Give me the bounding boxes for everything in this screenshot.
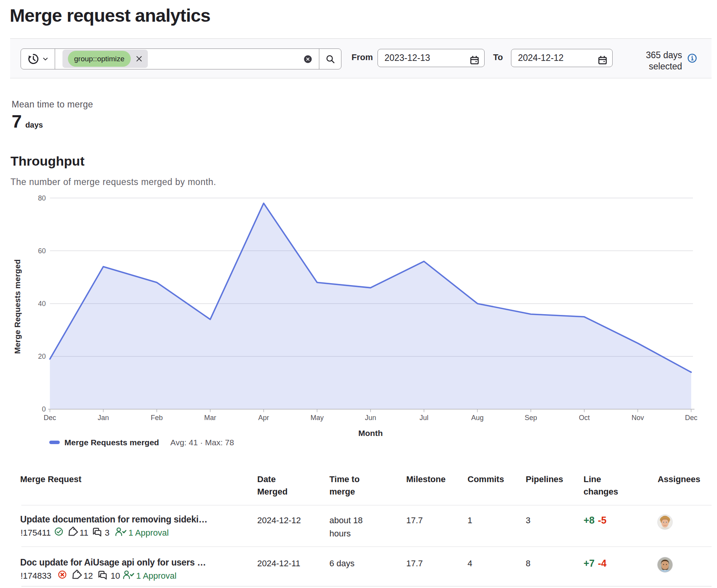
svg-text:Nov: Nov <box>632 414 644 422</box>
svg-text:Aug: Aug <box>471 414 483 422</box>
svg-text:Jun: Jun <box>365 414 376 422</box>
svg-text:Jan: Jan <box>98 414 109 422</box>
svg-text:Oct: Oct <box>579 414 590 422</box>
svg-text:Month: Month <box>358 429 383 438</box>
svg-text:80: 80 <box>38 194 46 202</box>
svg-text:Apr: Apr <box>258 414 269 422</box>
svg-text:20: 20 <box>38 353 46 360</box>
svg-text:May: May <box>310 414 324 422</box>
svg-text:Dec: Dec <box>44 414 56 422</box>
svg-text:Feb: Feb <box>151 414 163 422</box>
svg-text:Jul: Jul <box>419 414 428 422</box>
svg-text:Dec: Dec <box>685 414 697 422</box>
svg-text:0: 0 <box>42 405 46 413</box>
svg-text:Mar: Mar <box>204 414 216 422</box>
svg-text:Sep: Sep <box>525 414 537 422</box>
svg-text:60: 60 <box>38 247 46 255</box>
svg-text:Merge Requests merged: Merge Requests merged <box>13 259 22 354</box>
svg-text:40: 40 <box>38 300 46 308</box>
